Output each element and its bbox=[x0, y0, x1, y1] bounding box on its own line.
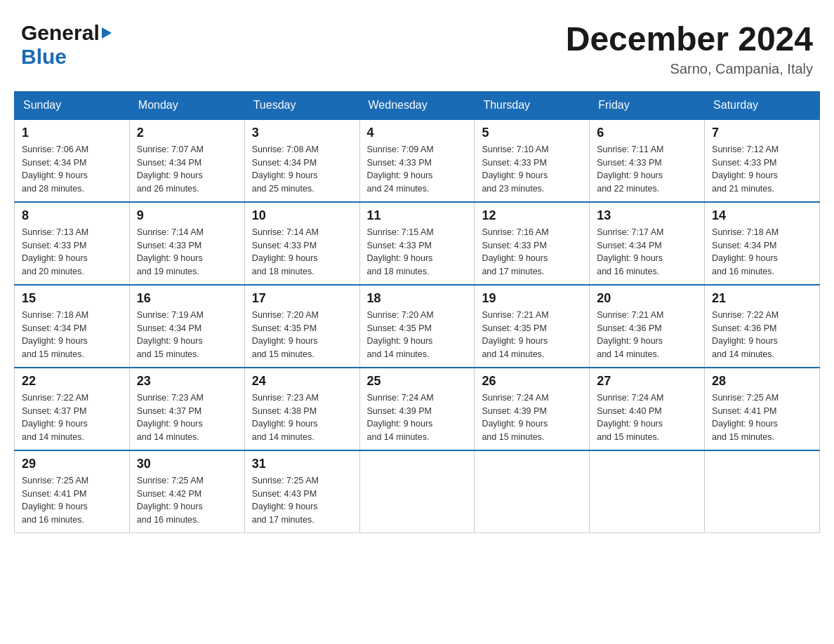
weekday-header-friday: Friday bbox=[590, 91, 705, 119]
calendar-cell: 2 Sunrise: 7:07 AM Sunset: 4:34 PM Dayli… bbox=[129, 119, 244, 202]
day-number: 12 bbox=[482, 208, 582, 223]
day-number: 3 bbox=[252, 126, 352, 140]
calendar-week-4: 22 Sunrise: 7:22 AM Sunset: 4:37 PM Dayl… bbox=[15, 368, 820, 450]
logo-general-text: General bbox=[21, 21, 100, 45]
calendar-cell: 9 Sunrise: 7:14 AM Sunset: 4:33 PM Dayli… bbox=[129, 202, 244, 285]
day-number: 6 bbox=[597, 126, 697, 140]
day-info: Sunrise: 7:24 AM Sunset: 4:40 PM Dayligh… bbox=[597, 391, 697, 444]
day-number: 8 bbox=[22, 208, 122, 223]
calendar-cell: 23 Sunrise: 7:23 AM Sunset: 4:37 PM Dayl… bbox=[129, 368, 244, 450]
day-number: 26 bbox=[482, 374, 582, 389]
day-info: Sunrise: 7:22 AM Sunset: 4:36 PM Dayligh… bbox=[712, 309, 812, 361]
calendar-cell: 26 Sunrise: 7:24 AM Sunset: 4:39 PM Dayl… bbox=[475, 368, 590, 450]
day-number: 16 bbox=[137, 291, 237, 306]
calendar-cell: 21 Sunrise: 7:22 AM Sunset: 4:36 PM Dayl… bbox=[705, 285, 820, 368]
day-info: Sunrise: 7:21 AM Sunset: 4:36 PM Dayligh… bbox=[597, 309, 697, 361]
day-info: Sunrise: 7:25 AM Sunset: 4:43 PM Dayligh… bbox=[252, 474, 352, 527]
weekday-header-thursday: Thursday bbox=[475, 91, 590, 119]
calendar-cell: 19 Sunrise: 7:21 AM Sunset: 4:35 PM Dayl… bbox=[475, 285, 590, 368]
calendar-cell: 7 Sunrise: 7:12 AM Sunset: 4:33 PM Dayli… bbox=[705, 119, 820, 202]
day-number: 14 bbox=[712, 208, 812, 223]
weekday-header-wednesday: Wednesday bbox=[359, 91, 475, 119]
day-info: Sunrise: 7:14 AM Sunset: 4:33 PM Dayligh… bbox=[137, 226, 237, 279]
calendar-cell: 4 Sunrise: 7:09 AM Sunset: 4:33 PM Dayli… bbox=[359, 119, 475, 202]
calendar-cell: 8 Sunrise: 7:13 AM Sunset: 4:33 PM Dayli… bbox=[15, 202, 130, 285]
calendar-cell: 29 Sunrise: 7:25 AM Sunset: 4:41 PM Dayl… bbox=[15, 450, 130, 533]
calendar-cell: 11 Sunrise: 7:15 AM Sunset: 4:33 PM Dayl… bbox=[359, 202, 475, 285]
day-number: 2 bbox=[137, 126, 237, 140]
logo: General Blue bbox=[21, 21, 112, 69]
calendar-cell: 10 Sunrise: 7:14 AM Sunset: 4:33 PM Dayl… bbox=[244, 202, 359, 285]
calendar-cell: 28 Sunrise: 7:25 AM Sunset: 4:41 PM Dayl… bbox=[705, 368, 820, 450]
day-info: Sunrise: 7:23 AM Sunset: 4:37 PM Dayligh… bbox=[137, 391, 237, 444]
day-number: 28 bbox=[712, 374, 812, 389]
calendar-cell: 22 Sunrise: 7:22 AM Sunset: 4:37 PM Dayl… bbox=[15, 368, 130, 450]
calendar-cell bbox=[475, 450, 590, 533]
calendar-week-5: 29 Sunrise: 7:25 AM Sunset: 4:41 PM Dayl… bbox=[15, 450, 820, 533]
day-info: Sunrise: 7:08 AM Sunset: 4:34 PM Dayligh… bbox=[252, 143, 352, 196]
day-info: Sunrise: 7:09 AM Sunset: 4:33 PM Dayligh… bbox=[367, 143, 468, 196]
calendar-cell: 15 Sunrise: 7:18 AM Sunset: 4:34 PM Dayl… bbox=[15, 285, 130, 368]
day-number: 15 bbox=[22, 291, 122, 306]
day-info: Sunrise: 7:06 AM Sunset: 4:34 PM Dayligh… bbox=[22, 143, 122, 196]
calendar-cell: 16 Sunrise: 7:19 AM Sunset: 4:34 PM Dayl… bbox=[129, 285, 244, 368]
day-number: 22 bbox=[22, 374, 122, 389]
day-info: Sunrise: 7:16 AM Sunset: 4:33 PM Dayligh… bbox=[482, 226, 582, 279]
day-number: 13 bbox=[597, 208, 697, 223]
day-info: Sunrise: 7:18 AM Sunset: 4:34 PM Dayligh… bbox=[22, 309, 122, 361]
day-info: Sunrise: 7:07 AM Sunset: 4:34 PM Dayligh… bbox=[137, 143, 237, 196]
calendar-cell: 13 Sunrise: 7:17 AM Sunset: 4:34 PM Dayl… bbox=[590, 202, 705, 285]
calendar-cell bbox=[705, 450, 820, 533]
day-number: 4 bbox=[367, 126, 468, 140]
day-info: Sunrise: 7:11 AM Sunset: 4:33 PM Dayligh… bbox=[597, 143, 697, 196]
weekday-header-saturday: Saturday bbox=[705, 91, 820, 119]
logo-arrow-icon bbox=[102, 27, 112, 39]
calendar-cell bbox=[359, 450, 475, 533]
day-number: 7 bbox=[712, 126, 812, 140]
day-number: 21 bbox=[712, 291, 812, 306]
weekday-header-tuesday: Tuesday bbox=[244, 91, 359, 119]
day-number: 29 bbox=[22, 457, 122, 471]
day-info: Sunrise: 7:14 AM Sunset: 4:33 PM Dayligh… bbox=[252, 226, 352, 279]
logo-blue-text: Blue bbox=[21, 45, 67, 68]
day-info: Sunrise: 7:17 AM Sunset: 4:34 PM Dayligh… bbox=[597, 226, 697, 279]
calendar-cell: 17 Sunrise: 7:20 AM Sunset: 4:35 PM Dayl… bbox=[244, 285, 359, 368]
month-title: December 2024 bbox=[566, 21, 813, 58]
weekday-header-sunday: Sunday bbox=[15, 91, 130, 119]
day-info: Sunrise: 7:10 AM Sunset: 4:33 PM Dayligh… bbox=[482, 143, 582, 196]
calendar-week-2: 8 Sunrise: 7:13 AM Sunset: 4:33 PM Dayli… bbox=[15, 202, 820, 285]
day-info: Sunrise: 7:22 AM Sunset: 4:37 PM Dayligh… bbox=[22, 391, 122, 444]
calendar-cell: 18 Sunrise: 7:20 AM Sunset: 4:35 PM Dayl… bbox=[359, 285, 475, 368]
day-info: Sunrise: 7:19 AM Sunset: 4:34 PM Dayligh… bbox=[137, 309, 237, 361]
calendar-week-1: 1 Sunrise: 7:06 AM Sunset: 4:34 PM Dayli… bbox=[15, 119, 820, 202]
day-number: 20 bbox=[597, 291, 697, 306]
page-header: General Blue December 2024 Sarno, Campan… bbox=[14, 14, 820, 77]
calendar-cell: 31 Sunrise: 7:25 AM Sunset: 4:43 PM Dayl… bbox=[244, 450, 359, 533]
calendar-cell: 25 Sunrise: 7:24 AM Sunset: 4:39 PM Dayl… bbox=[359, 368, 475, 450]
day-info: Sunrise: 7:25 AM Sunset: 4:41 PM Dayligh… bbox=[712, 391, 812, 444]
calendar-cell: 30 Sunrise: 7:25 AM Sunset: 4:42 PM Dayl… bbox=[129, 450, 244, 533]
calendar-cell: 24 Sunrise: 7:23 AM Sunset: 4:38 PM Dayl… bbox=[244, 368, 359, 450]
day-number: 19 bbox=[482, 291, 582, 306]
calendar-cell: 3 Sunrise: 7:08 AM Sunset: 4:34 PM Dayli… bbox=[244, 119, 359, 202]
day-number: 27 bbox=[597, 374, 697, 389]
day-info: Sunrise: 7:21 AM Sunset: 4:35 PM Dayligh… bbox=[482, 309, 582, 361]
day-number: 18 bbox=[367, 291, 468, 306]
day-info: Sunrise: 7:12 AM Sunset: 4:33 PM Dayligh… bbox=[712, 143, 812, 196]
calendar-week-3: 15 Sunrise: 7:18 AM Sunset: 4:34 PM Dayl… bbox=[15, 285, 820, 368]
day-info: Sunrise: 7:23 AM Sunset: 4:38 PM Dayligh… bbox=[252, 391, 352, 444]
day-info: Sunrise: 7:20 AM Sunset: 4:35 PM Dayligh… bbox=[252, 309, 352, 361]
weekday-header-row: SundayMondayTuesdayWednesdayThursdayFrid… bbox=[15, 91, 820, 119]
day-info: Sunrise: 7:25 AM Sunset: 4:42 PM Dayligh… bbox=[137, 474, 237, 527]
calendar: SundayMondayTuesdayWednesdayThursdayFrid… bbox=[14, 91, 820, 533]
day-info: Sunrise: 7:18 AM Sunset: 4:34 PM Dayligh… bbox=[712, 226, 812, 279]
day-number: 1 bbox=[22, 126, 122, 140]
location: Sarno, Campania, Italy bbox=[566, 61, 813, 77]
calendar-cell: 27 Sunrise: 7:24 AM Sunset: 4:40 PM Dayl… bbox=[590, 368, 705, 450]
calendar-cell: 6 Sunrise: 7:11 AM Sunset: 4:33 PM Dayli… bbox=[590, 119, 705, 202]
day-number: 11 bbox=[367, 208, 468, 223]
calendar-cell: 12 Sunrise: 7:16 AM Sunset: 4:33 PM Dayl… bbox=[475, 202, 590, 285]
calendar-cell: 20 Sunrise: 7:21 AM Sunset: 4:36 PM Dayl… bbox=[590, 285, 705, 368]
day-number: 10 bbox=[252, 208, 352, 223]
day-number: 9 bbox=[137, 208, 237, 223]
